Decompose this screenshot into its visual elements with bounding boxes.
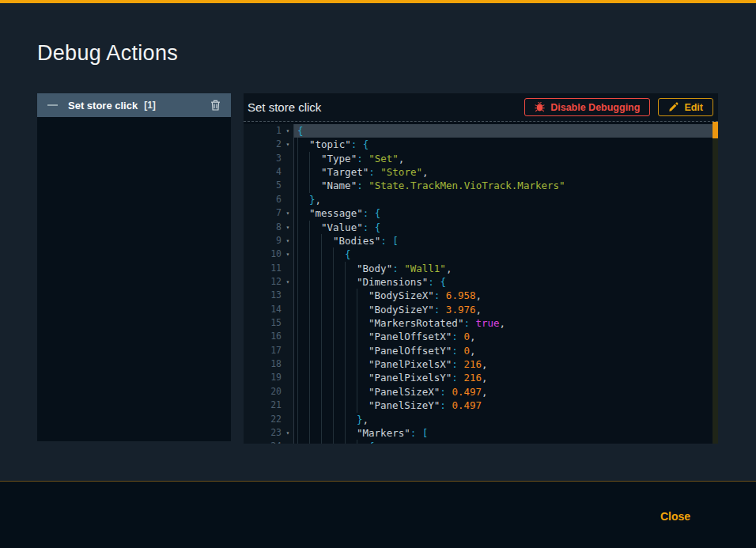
code-line-15[interactable]: 15"MarkersRotated": true, — [244, 316, 718, 330]
line-number: 20 — [244, 385, 282, 399]
gutter-cell: 10▾ — [244, 248, 294, 261]
code-line-5[interactable]: 5"Name": "State.TrackMen.VioTrack.Marker… — [244, 179, 718, 192]
gutter-cell: 11 — [244, 262, 294, 275]
indent-guide — [345, 385, 357, 399]
code-line-11[interactable]: 11"Body": "Wall1", — [244, 262, 718, 275]
code-token-key: "Bodies" — [333, 234, 380, 248]
code-line-content: { — [294, 248, 718, 261]
fold-arrow-icon[interactable]: ▾ — [282, 234, 293, 248]
code-line-9[interactable]: 9▾"Bodies": [ — [244, 234, 718, 248]
json-code-editor[interactable]: 1▾{2▾"topic": {3"Type": "Set",4"Target":… — [244, 122, 718, 444]
code-line-17[interactable]: 17"PanelOffsetY": 0, — [244, 344, 718, 357]
close-button[interactable]: Close — [660, 510, 690, 523]
code-line-6[interactable]: 6}, — [244, 193, 718, 206]
line-number: 12 — [244, 275, 282, 289]
code-token-key: "Markers" — [357, 426, 410, 440]
delete-action-button[interactable] — [210, 100, 221, 111]
code-line-24[interactable]: 24▾{ — [244, 440, 718, 444]
indent-guide — [297, 344, 309, 357]
code-token-string: "Set" — [369, 152, 399, 165]
indent-guide — [297, 248, 309, 261]
indent-guide — [333, 262, 345, 275]
indent-guide — [321, 385, 333, 399]
indent-guide — [297, 152, 309, 165]
code-line-20[interactable]: 20"PanelSizeX": 0.497, — [244, 385, 718, 399]
indent-guide — [297, 413, 309, 426]
line-number: 21 — [244, 399, 282, 412]
code-line-19[interactable]: 19"PanelPixelsY": 216, — [244, 371, 718, 384]
gutter-cell: 20 — [244, 385, 294, 399]
code-token-key: "Target" — [321, 165, 369, 179]
indent-guide — [309, 275, 321, 289]
code-line-3[interactable]: 3"Type": "Set", — [244, 152, 718, 165]
indent-guide — [309, 413, 321, 426]
code-token-key: "BodySizeY" — [369, 303, 434, 316]
code-line-23[interactable]: 23▾"Markers": [ — [244, 426, 718, 440]
code-line-2[interactable]: 2▾"topic": { — [244, 138, 718, 151]
code-line-22[interactable]: 22}, — [244, 413, 718, 426]
edit-button[interactable]: Edit — [658, 98, 713, 116]
indent-guide — [321, 316, 333, 330]
fold-arrow-icon[interactable]: ▾ — [282, 440, 293, 444]
code-token-number: 0.497 — [452, 399, 482, 412]
gutter-cell: 17 — [244, 344, 294, 357]
code-token-plain: , — [482, 357, 488, 371]
code-line-13[interactable]: 13"BodySizeX": 6.958, — [244, 289, 718, 302]
disable-debugging-button[interactable]: Disable Debugging — [524, 98, 650, 116]
indent-guide — [345, 426, 357, 440]
code-line-content: "PanelPixelsY": 216, — [294, 371, 718, 384]
indent-guide — [333, 303, 345, 316]
code-token-punctuation: { — [363, 138, 369, 151]
gutter-cell: 1▾ — [244, 124, 294, 138]
indent-guide — [333, 289, 345, 302]
code-token-punctuation: : — [440, 399, 452, 412]
gutter-cell: 16 — [244, 330, 294, 343]
editor-scrollbar-track[interactable] — [713, 122, 718, 444]
fold-arrow-icon[interactable]: ▾ — [282, 221, 293, 234]
indent-guide — [297, 275, 309, 289]
editor-scrollbar-thumb[interactable] — [713, 122, 718, 138]
code-token-punctuation: : — [452, 371, 463, 384]
indent-guide — [321, 426, 333, 440]
code-line-content: "PanelPixelsX": 216, — [294, 357, 718, 371]
code-line-8[interactable]: 8▾"Value": { — [244, 221, 718, 234]
line-number: 7 — [244, 206, 282, 220]
line-number: 15 — [244, 316, 282, 330]
code-line-10[interactable]: 10▾{ — [244, 248, 718, 261]
code-token-key: "BodySizeX" — [369, 289, 434, 302]
code-line-4[interactable]: 4"Target": "Store", — [244, 165, 718, 179]
sidebar-item-set-store-click[interactable]: Set store click [1] — [37, 93, 231, 117]
code-line-16[interactable]: 16"PanelOffsetX": 0, — [244, 330, 718, 343]
fold-arrow-icon[interactable]: ▾ — [282, 275, 293, 289]
indent-guide — [309, 165, 321, 179]
indent-guide — [357, 385, 369, 399]
collapse-dash-icon[interactable] — [47, 104, 58, 106]
gutter-cell: 4 — [244, 165, 294, 179]
code-token-number: 3.976 — [446, 303, 476, 316]
indent-guide — [297, 330, 309, 343]
indent-guide — [297, 426, 309, 440]
gutter-cell: 22 — [244, 413, 294, 426]
fold-arrow-icon[interactable]: ▾ — [282, 124, 293, 138]
code-token-plain: , — [482, 385, 488, 399]
code-line-1[interactable]: 1▾{ — [244, 124, 718, 138]
code-line-14[interactable]: 14"BodySizeY": 3.976, — [244, 303, 718, 316]
code-token-string: "Wall1" — [404, 262, 446, 275]
code-line-content: "Dimensions": { — [294, 275, 718, 289]
fold-arrow-icon[interactable]: ▾ — [282, 426, 293, 440]
fold-arrow-icon[interactable]: ▾ — [282, 138, 293, 151]
code-line-content: }, — [294, 413, 718, 426]
code-token-punctuation: } — [357, 413, 363, 426]
code-token-punctuation: : — [363, 206, 375, 220]
indent-guide — [333, 330, 345, 343]
code-line-12[interactable]: 12▾"Dimensions": { — [244, 275, 718, 289]
indent-guide — [309, 399, 321, 412]
code-line-content: "PanelOffsetY": 0, — [294, 344, 718, 357]
code-line-7[interactable]: 7▾"message": { — [244, 206, 718, 220]
code-line-18[interactable]: 18"PanelPixelsX": 216, — [244, 357, 718, 371]
fold-arrow-icon[interactable]: ▾ — [282, 206, 293, 220]
fold-arrow-icon[interactable]: ▾ — [282, 248, 293, 261]
code-token-punctuation: } — [309, 193, 316, 206]
code-line-21[interactable]: 21"PanelSizeY": 0.497 — [244, 399, 718, 412]
line-number: 24 — [244, 440, 282, 444]
